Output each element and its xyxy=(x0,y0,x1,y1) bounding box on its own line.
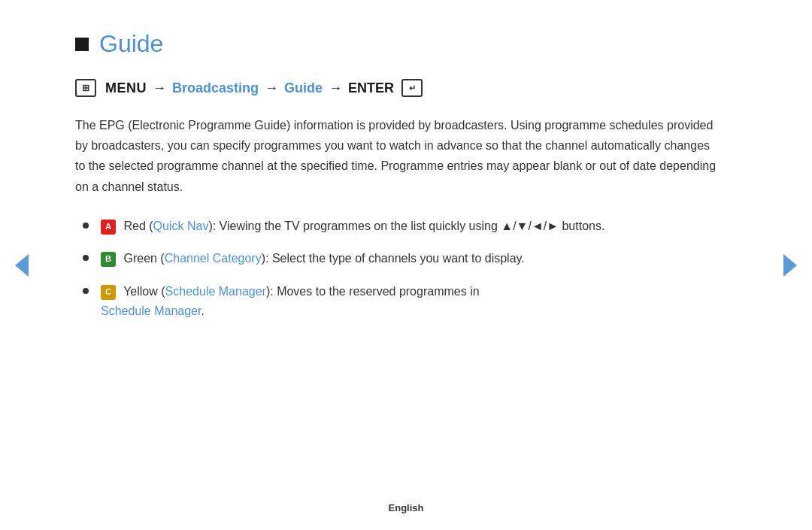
bullet-dot xyxy=(83,223,89,229)
yellow-badge: C xyxy=(101,285,116,300)
yellow-description: : Moves to the reserved programmes in xyxy=(270,285,479,298)
menu-label: MENU xyxy=(105,80,147,96)
broadcasting-link[interactable]: Broadcasting xyxy=(172,80,259,96)
page-title-row: Guide xyxy=(75,30,737,58)
red-description: : Viewing the TV programmes on the list … xyxy=(213,220,605,232)
enter-icon: ↵ xyxy=(401,79,423,97)
red-color-name: Red xyxy=(123,220,145,232)
menu-icon: ⊞ xyxy=(75,79,96,97)
main-content: Guide ⊞ MENU → Broadcasting → Guide → EN… xyxy=(0,0,812,364)
title-square-icon xyxy=(75,38,89,51)
list-item: A Red (Quick Nav): Viewing the TV progra… xyxy=(83,217,737,236)
bullet-dot xyxy=(83,255,89,261)
green-badge: B xyxy=(101,252,116,267)
yellow-color-name: Yellow xyxy=(123,285,158,298)
enter-label: ENTER xyxy=(348,80,394,96)
red-badge: A xyxy=(101,220,116,235)
bullet-content: C Yellow (Schedule Manager): Moves to th… xyxy=(101,282,717,320)
list-item: B Green (Channel Category): Select the t… xyxy=(83,249,737,268)
quick-nav-link[interactable]: Quick Nav xyxy=(153,220,209,232)
bullet-content: A Red (Quick Nav): Viewing the TV progra… xyxy=(101,217,717,236)
list-item: C Yellow (Schedule Manager): Moves to th… xyxy=(83,282,737,320)
schedule-manager-link-2[interactable]: Schedule Manager xyxy=(101,304,201,317)
description-text: The EPG (Electronic Programme Guide) inf… xyxy=(75,115,722,197)
green-color-name: Green xyxy=(123,252,156,265)
bullet-list: A Red (Quick Nav): Viewing the TV progra… xyxy=(75,217,737,320)
arrow-1: → xyxy=(153,80,166,96)
yellow-suffix: . xyxy=(201,304,204,317)
menu-path: ⊞ MENU → Broadcasting → Guide → ENTER↵ xyxy=(75,79,737,97)
guide-link[interactable]: Guide xyxy=(284,80,323,96)
green-description: : Select the type of channels you want t… xyxy=(265,252,525,265)
footer-label: English xyxy=(389,502,424,513)
bullet-dot xyxy=(83,288,89,294)
arrow-2: → xyxy=(265,80,278,96)
bullet-content: B Green (Channel Category): Select the t… xyxy=(101,249,717,268)
schedule-manager-link[interactable]: Schedule Manager xyxy=(165,285,266,298)
channel-category-link[interactable]: Channel Category xyxy=(165,252,262,265)
arrow-3: → xyxy=(329,80,342,96)
page-title: Guide xyxy=(99,30,163,58)
